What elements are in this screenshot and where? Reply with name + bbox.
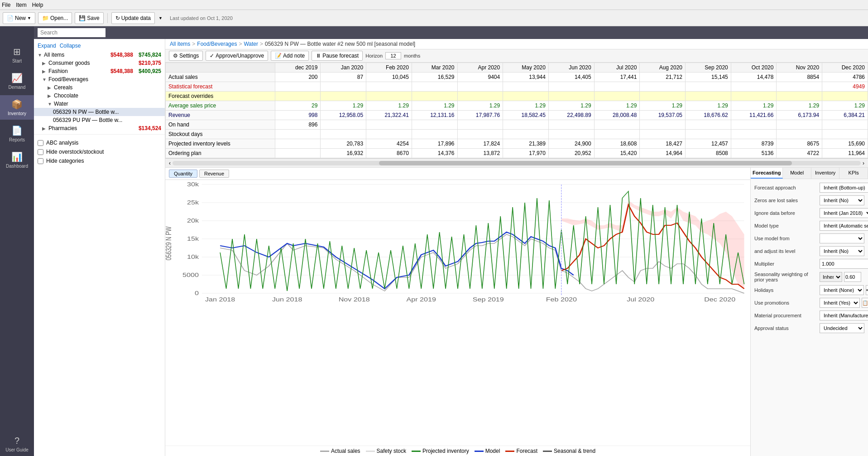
table-cell[interactable]: 15,690	[822, 139, 868, 149]
tree-item-fashion[interactable]: ▶ Fashion $548,388 $400,925	[34, 67, 165, 75]
form-select-promotions[interactable]: Inherit (Yes)	[820, 298, 860, 308]
checkbox-abc[interactable]: ABC analysis	[38, 138, 161, 147]
tree-item-cereals[interactable]: ▶ Cereals	[34, 83, 165, 92]
open-button[interactable]: 📁 Open...	[38, 12, 72, 24]
table-cell[interactable]	[412, 82, 457, 92]
pause-forecast-button[interactable]: ⏸ Pause forecast	[312, 51, 363, 61]
table-cell[interactable]: 4254	[366, 139, 412, 149]
table-cell[interactable]	[548, 120, 594, 130]
table-cell[interactable]	[366, 92, 412, 101]
form-select-procurement[interactable]: Inherit (Manufacture)	[820, 310, 868, 320]
holidays-edit-btn[interactable]: ✏	[866, 285, 868, 295]
table-cell[interactable]	[548, 130, 594, 139]
chart-tab-quantity[interactable]: Quantity	[169, 170, 197, 178]
table-cell[interactable]: 1.29	[457, 101, 503, 111]
table-cell[interactable]	[503, 92, 549, 101]
tree-item-pharmacies[interactable]: ▶ Pharmacies $134,524	[34, 124, 165, 132]
table-cell[interactable]	[366, 120, 412, 130]
table-cell[interactable]	[731, 130, 777, 139]
sidebar-item-dashboard[interactable]: 📊 Dashboard	[0, 148, 34, 172]
checkbox-abc-input[interactable]	[38, 140, 43, 146]
table-cell[interactable]: 8670	[366, 149, 412, 158]
table-cell[interactable]	[457, 82, 503, 92]
checkbox-categories-input[interactable]	[38, 158, 43, 164]
table-cell[interactable]: 11,964	[822, 149, 868, 158]
table-cell[interactable]: 9404	[457, 73, 503, 82]
forecast-tab-forecasting[interactable]: Forecasting	[751, 168, 783, 179]
table-cell[interactable]	[777, 120, 822, 130]
form-select-zeros[interactable]: Inherit (No)	[820, 195, 864, 205]
table-cell[interactable]	[640, 82, 686, 92]
table-cell[interactable]	[731, 82, 777, 92]
table-cell[interactable]	[321, 120, 366, 130]
chart-tab-revenue[interactable]: Revenue	[199, 170, 229, 178]
table-cell[interactable]: 4949	[822, 82, 868, 92]
table-cell[interactable]	[412, 120, 457, 130]
table-cell[interactable]	[321, 82, 366, 92]
table-cell[interactable]	[275, 149, 321, 158]
table-cell[interactable]: 28,008.48	[594, 111, 640, 120]
table-cell[interactable]	[822, 130, 868, 139]
table-cell[interactable]: 10,045	[366, 73, 412, 82]
table-cell[interactable]	[686, 130, 731, 139]
table-cell[interactable]: 1.29	[640, 101, 686, 111]
table-cell[interactable]	[822, 92, 868, 101]
table-cell[interactable]: 12,958.05	[321, 111, 366, 120]
table-cell[interactable]: 18,676.62	[686, 111, 731, 120]
table-cell[interactable]: 12,131.16	[412, 111, 457, 120]
table-cell[interactable]	[594, 120, 640, 130]
table-cell[interactable]: 17,441	[594, 73, 640, 82]
forecast-tab-model[interactable]: Model	[783, 168, 811, 179]
table-cell[interactable]	[275, 82, 321, 92]
sidebar-item-inventory[interactable]: 📦 Inventory	[0, 95, 34, 120]
table-cell[interactable]	[777, 130, 822, 139]
promotions-edit-btn[interactable]: 📋	[862, 298, 868, 308]
table-cell[interactable]: 1.29	[686, 101, 731, 111]
table-cell[interactable]	[548, 82, 594, 92]
table-cell[interactable]	[640, 120, 686, 130]
table-cell[interactable]: 19,537.05	[640, 111, 686, 120]
table-cell[interactable]: 13,944	[503, 73, 549, 82]
sidebar-item-userguide[interactable]: ? User Guide	[0, 432, 34, 456]
save-button[interactable]: 💾 Save	[75, 12, 103, 24]
table-cell[interactable]: 200	[275, 73, 321, 82]
form-select-approach[interactable]: Inherit (Bottom-up)	[820, 183, 868, 193]
breadcrumb-all[interactable]: All items	[170, 41, 190, 47]
add-note-button[interactable]: 📝 Add note	[271, 51, 309, 61]
table-cell[interactable]	[366, 130, 412, 139]
scroll-left-arrow[interactable]: ‹	[167, 160, 173, 166]
table-cell[interactable]	[321, 92, 366, 101]
table-cell[interactable]	[457, 130, 503, 139]
table-cell[interactable]: 24,900	[548, 139, 594, 149]
table-cell[interactable]: 22,498.89	[548, 111, 594, 120]
checkbox-categories[interactable]: Hide categories	[38, 156, 161, 165]
table-cell[interactable]: 1.29	[731, 101, 777, 111]
table-cell[interactable]: 1.29	[777, 101, 822, 111]
tree-item-chocolate[interactable]: ▶ Chocolate	[34, 92, 165, 100]
table-cell[interactable]	[640, 130, 686, 139]
table-cell[interactable]	[594, 92, 640, 101]
form-select-seasonality[interactable]: Inherit	[820, 272, 842, 282]
table-cell[interactable]: 998	[275, 111, 321, 120]
table-cell[interactable]	[503, 120, 549, 130]
table-cell[interactable]: 15,145	[686, 73, 731, 82]
table-cell[interactable]: 8675	[777, 139, 822, 149]
table-cell[interactable]: 12,457	[686, 139, 731, 149]
sidebar-item-start[interactable]: ⊞ Start	[0, 43, 34, 67]
table-cell[interactable]: 17,987.76	[457, 111, 503, 120]
table-cell[interactable]	[275, 92, 321, 101]
tree-item-food[interactable]: ▼ Food/Beverages	[34, 75, 165, 83]
update-dropdown[interactable]: ▼	[158, 12, 163, 24]
form-select-approval[interactable]: Undecided	[820, 323, 864, 333]
table-cell[interactable]: 29	[275, 101, 321, 111]
new-dropdown-arrow[interactable]: ▼	[27, 16, 31, 20]
table-cell[interactable]	[686, 120, 731, 130]
table-cell[interactable]: 17,970	[503, 149, 549, 158]
table-cell[interactable]: 1.29	[366, 101, 412, 111]
breadcrumb-water[interactable]: Water	[244, 41, 258, 47]
table-cell[interactable]	[686, 82, 731, 92]
table-cell[interactable]: 4722	[777, 149, 822, 158]
update-button[interactable]: ↻ Update data	[111, 12, 155, 24]
table-cell[interactable]: 1.29	[503, 101, 549, 111]
form-select-holidays[interactable]: Inherit (None)	[820, 285, 864, 295]
